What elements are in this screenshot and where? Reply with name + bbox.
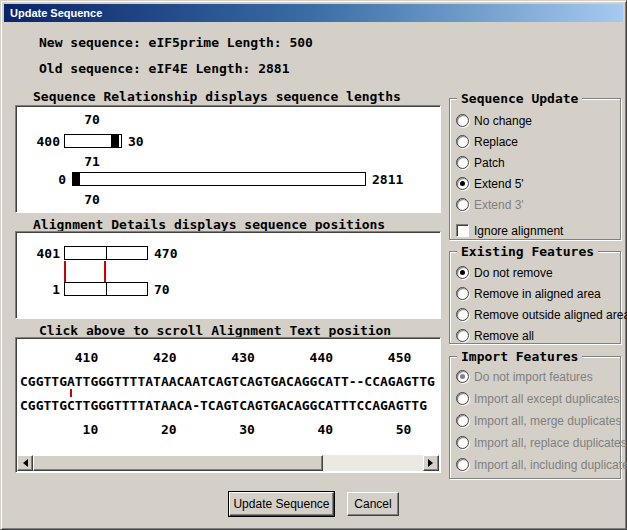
option-label: Extend 3' bbox=[474, 198, 524, 212]
checkbox-ignore-alignment[interactable]: Ignore alignment bbox=[456, 222, 563, 239]
option-label: Do not import features bbox=[474, 370, 593, 384]
alignment-range-bar-old[interactable] bbox=[64, 282, 148, 296]
alignment-ruler-top: 410 420 430 440 450 bbox=[20, 350, 411, 365]
existing-features-title: Existing Features bbox=[457, 244, 598, 259]
bar-old-left-label: 0 bbox=[46, 172, 66, 187]
alignment-sequence-old: CGGTTGCTTGGGTTTTATAACA-TCAGTCAGTGACAGGCA… bbox=[20, 398, 427, 413]
bar-new-left-label: 400 bbox=[26, 134, 60, 149]
radio-do-not-remove[interactable]: Do not remove bbox=[456, 264, 553, 281]
new-sequence-info: New sequence: eIF5prime Length: 500 bbox=[39, 35, 313, 50]
option-label: Import all, replace duplicates bbox=[474, 436, 627, 450]
old-sequence-info: Old sequence: eIF4E Length: 2881 bbox=[39, 61, 289, 76]
radio-patch[interactable]: Patch bbox=[456, 154, 505, 171]
radio-icon bbox=[456, 177, 469, 190]
button-label: Update Sequence bbox=[233, 497, 329, 511]
bar-old-right-label: 2811 bbox=[372, 172, 403, 187]
update-sequence-button[interactable]: Update Sequence bbox=[229, 492, 334, 516]
radio-import-all-including-duplicates[interactable]: Import all, including duplicates bbox=[456, 456, 627, 473]
new-sequence-aligned-region bbox=[111, 135, 119, 147]
scroll-cursor-tick-mid bbox=[104, 261, 106, 282]
scroll-right-icon bbox=[428, 459, 437, 467]
window-title: Update Sequence bbox=[10, 7, 102, 19]
checkbox-icon bbox=[456, 224, 469, 237]
radio-import-all-replace-duplicates[interactable]: Import all, replace duplicates bbox=[456, 434, 627, 451]
radio-extend-3[interactable]: Extend 3' bbox=[456, 196, 524, 213]
scroll-left-icon bbox=[19, 459, 28, 467]
radio-remove-in-aligned-area[interactable]: Remove in aligned area bbox=[456, 285, 601, 302]
range-old-end-label: 70 bbox=[154, 282, 170, 297]
mismatch-tick bbox=[70, 389, 72, 397]
option-label: No change bbox=[474, 114, 532, 128]
radio-icon bbox=[456, 287, 469, 300]
sequence-update-group: Sequence Update No change Replace Patch … bbox=[449, 98, 621, 240]
new-sequence-length-bar bbox=[64, 134, 122, 148]
option-label: Remove all bbox=[474, 329, 534, 343]
alignment-details-panel: 401 470 1 70 bbox=[15, 231, 441, 319]
aligned-junction-label: 71 bbox=[74, 154, 110, 169]
existing-features-group: Existing Features Do not remove Remove i… bbox=[449, 251, 621, 344]
option-label: Do not remove bbox=[474, 266, 553, 280]
radio-icon bbox=[456, 266, 469, 279]
radio-remove-all[interactable]: Remove all bbox=[456, 327, 534, 344]
range-divider bbox=[106, 247, 107, 259]
alignment-sequence-new: CGGTTGATTGGGTTTTATAACAATCAGTCAGTGACAGGCA… bbox=[20, 374, 435, 389]
option-label: Remove outside aligned area bbox=[474, 308, 627, 322]
title-bar[interactable]: Update Sequence bbox=[4, 4, 623, 22]
range-new-start-label: 401 bbox=[24, 246, 60, 261]
alignment-text-header: Click above to scroll Alignment Text pos… bbox=[39, 323, 391, 338]
update-sequence-dialog: Update Sequence New sequence: eIF5prime … bbox=[0, 0, 627, 530]
option-label: Import all except duplicates bbox=[474, 392, 619, 406]
aligned-length-top-label: 70 bbox=[74, 112, 110, 127]
option-label: Remove in aligned area bbox=[474, 287, 601, 301]
radio-icon bbox=[456, 308, 469, 321]
radio-remove-outside-aligned-area[interactable]: Remove outside aligned area bbox=[456, 306, 627, 323]
radio-icon bbox=[456, 329, 469, 342]
radio-extend-5[interactable]: Extend 5' bbox=[456, 175, 524, 192]
radio-do-not-import-features[interactable]: Do not import features bbox=[456, 368, 593, 385]
import-features-group: Import Features Do not import features I… bbox=[449, 356, 621, 479]
range-new-end-label: 470 bbox=[154, 246, 177, 261]
aligned-end-label: 70 bbox=[74, 192, 110, 207]
bar-new-right-label: 30 bbox=[128, 134, 144, 149]
scroll-left-button[interactable] bbox=[17, 455, 33, 471]
scroll-right-button[interactable] bbox=[423, 455, 439, 471]
radio-import-all-except-duplicates[interactable]: Import all except duplicates bbox=[456, 390, 619, 407]
sequence-relationship-panel: 70 400 30 71 0 2811 70 bbox=[15, 105, 441, 213]
option-label: Import all, including duplicates bbox=[474, 458, 627, 472]
radio-icon bbox=[456, 414, 469, 427]
alignment-ruler-bottom: 10 20 30 40 50 bbox=[20, 422, 411, 437]
scrollbar-thumb[interactable] bbox=[33, 455, 323, 471]
button-label: Cancel bbox=[354, 497, 391, 511]
option-label: Extend 5' bbox=[474, 177, 524, 191]
alignment-text-panel: 410 420 430 440 450 CGGTTGATTGGGTTTTATAA… bbox=[15, 337, 441, 473]
cancel-button[interactable]: Cancel bbox=[347, 492, 399, 516]
radio-replace[interactable]: Replace bbox=[456, 133, 518, 150]
radio-no-change[interactable]: No change bbox=[456, 112, 532, 129]
scroll-cursor-tick-left bbox=[64, 261, 66, 282]
radio-icon bbox=[456, 370, 469, 383]
alignment-scrollbar[interactable] bbox=[17, 455, 439, 471]
radio-icon bbox=[456, 198, 469, 211]
radio-icon bbox=[456, 392, 469, 405]
old-sequence-aligned-region bbox=[73, 173, 80, 185]
radio-icon bbox=[456, 156, 469, 169]
option-label: Ignore alignment bbox=[474, 224, 563, 238]
radio-icon bbox=[456, 114, 469, 127]
radio-icon bbox=[456, 436, 469, 449]
option-label: Replace bbox=[474, 135, 518, 149]
relationship-header: Sequence Relationship displays sequence … bbox=[33, 89, 401, 104]
alignment-details-header: Alignment Details displays sequence posi… bbox=[33, 217, 385, 232]
sequence-update-title: Sequence Update bbox=[457, 91, 582, 106]
radio-icon bbox=[456, 135, 469, 148]
option-label: Import all, merge duplicates bbox=[474, 414, 621, 428]
import-features-title: Import Features bbox=[457, 349, 582, 364]
radio-icon bbox=[456, 458, 469, 471]
radio-import-all-merge-duplicates[interactable]: Import all, merge duplicates bbox=[456, 412, 621, 429]
alignment-range-bar-new[interactable] bbox=[64, 246, 148, 260]
range-divider bbox=[106, 283, 107, 295]
range-old-start-label: 1 bbox=[24, 282, 60, 297]
option-label: Patch bbox=[474, 156, 505, 170]
old-sequence-length-bar bbox=[72, 172, 366, 186]
